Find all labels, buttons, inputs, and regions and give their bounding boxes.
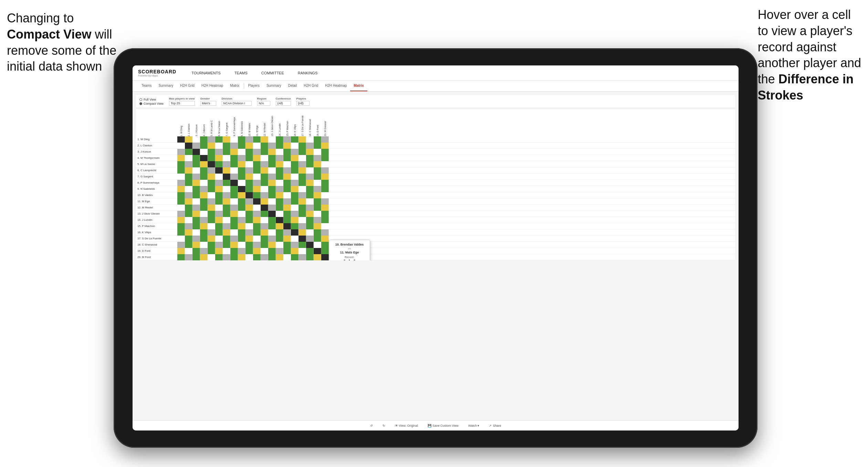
matrix-cell[interactable]: [192, 211, 200, 217]
matrix-cell[interactable]: [223, 186, 230, 192]
matrix-cell[interactable]: [215, 186, 223, 192]
tab-h2h-grid1[interactable]: H2H Grid: [177, 81, 198, 91]
matrix-cell[interactable]: [208, 180, 215, 186]
matrix-cell[interactable]: [238, 223, 245, 229]
matrix-cell[interactable]: [314, 236, 321, 242]
matrix-cell[interactable]: [238, 143, 245, 149]
matrix-cell[interactable]: [268, 167, 276, 174]
matrix-cell[interactable]: [238, 155, 245, 161]
matrix-cell[interactable]: [177, 155, 185, 161]
matrix-cell[interactable]: [185, 229, 192, 236]
matrix-cell[interactable]: [200, 167, 208, 174]
matrix-cell[interactable]: [185, 155, 192, 161]
matrix-cell[interactable]: [283, 205, 291, 211]
matrix-cell[interactable]: [192, 155, 200, 161]
matrix-cell[interactable]: [314, 217, 321, 223]
matrix-cell[interactable]: [314, 192, 321, 198]
matrix-cell[interactable]: [314, 143, 321, 149]
matrix-cell[interactable]: [245, 180, 253, 186]
matrix-cell[interactable]: [321, 192, 329, 198]
matrix-cell[interactable]: [276, 180, 283, 186]
matrix-cell[interactable]: [314, 167, 321, 174]
matrix-cell[interactable]: [299, 149, 306, 155]
matrix-cell[interactable]: [185, 161, 192, 167]
matrix-cell[interactable]: [177, 211, 185, 217]
matrix-cell[interactable]: [230, 217, 238, 223]
toolbar-redo[interactable]: ↻: [380, 423, 387, 428]
matrix-cell[interactable]: [230, 167, 238, 174]
matrix-cell[interactable]: [253, 174, 261, 180]
matrix-cell[interactable]: [208, 223, 215, 229]
matrix-cell[interactable]: [268, 242, 276, 248]
matrix-cell[interactable]: [200, 192, 208, 198]
matrix-cell[interactable]: [261, 254, 268, 260]
matrix-cell[interactable]: [299, 236, 306, 242]
matrix-cell[interactable]: [268, 248, 276, 254]
matrix-cell[interactable]: [215, 236, 223, 242]
matrix-cell[interactable]: [306, 180, 314, 186]
matrix-cell[interactable]: [268, 236, 276, 242]
matrix-cell[interactable]: [261, 143, 268, 149]
matrix-cell[interactable]: [238, 180, 245, 186]
matrix-cell[interactable]: [230, 192, 238, 198]
matrix-cell[interactable]: [314, 161, 321, 167]
matrix-cell[interactable]: [261, 248, 268, 254]
matrix-cell[interactable]: [291, 205, 299, 211]
matrix-cell[interactable]: [208, 161, 215, 167]
matrix-cell[interactable]: [230, 174, 238, 180]
matrix-cell[interactable]: [238, 229, 245, 236]
matrix-cell[interactable]: [283, 192, 291, 198]
matrix-cell[interactable]: [314, 229, 321, 236]
matrix-cell[interactable]: [200, 223, 208, 229]
tab-teams[interactable]: Teams: [138, 81, 155, 91]
matrix-cell[interactable]: [185, 205, 192, 211]
matrix-cell[interactable]: [291, 143, 299, 149]
matrix-cell[interactable]: [208, 254, 215, 260]
matrix-cell[interactable]: [321, 155, 329, 161]
matrix-cell[interactable]: [276, 174, 283, 180]
matrix-cell[interactable]: [306, 136, 314, 143]
matrix-cell[interactable]: [230, 136, 238, 143]
matrix-cell[interactable]: [261, 161, 268, 167]
matrix-cell[interactable]: [268, 180, 276, 186]
matrix-cell[interactable]: [261, 186, 268, 192]
matrix-cell[interactable]: [208, 155, 215, 161]
matrix-cell[interactable]: [268, 192, 276, 198]
matrix-cell[interactable]: [223, 198, 230, 205]
gender-select[interactable]: Men's: [200, 101, 216, 106]
matrix-cell[interactable]: [276, 211, 283, 217]
matrix-cell[interactable]: [245, 136, 253, 143]
matrix-cell[interactable]: [299, 143, 306, 149]
matrix-cell[interactable]: [245, 248, 253, 254]
matrix-cell[interactable]: [208, 198, 215, 205]
matrix-cell[interactable]: [253, 143, 261, 149]
matrix-cell[interactable]: [208, 229, 215, 236]
matrix-cell[interactable]: [192, 167, 200, 174]
matrix-cell[interactable]: [276, 223, 283, 229]
matrix-cell[interactable]: [276, 217, 283, 223]
matrix-cell[interactable]: [245, 211, 253, 217]
matrix-cell[interactable]: [215, 174, 223, 180]
matrix-cell[interactable]: [253, 192, 261, 198]
matrix-cell[interactable]: [314, 242, 321, 248]
matrix-cell[interactable]: [185, 136, 192, 143]
matrix-cell[interactable]: [291, 229, 299, 236]
matrix-cell[interactable]: [306, 217, 314, 223]
matrix-cell[interactable]: [230, 186, 238, 192]
matrix-cell[interactable]: [192, 192, 200, 198]
matrix-cell[interactable]: [306, 242, 314, 248]
matrix-cell[interactable]: [208, 174, 215, 180]
matrix-cell[interactable]: [291, 186, 299, 192]
matrix-cell[interactable]: [245, 229, 253, 236]
matrix-cell[interactable]: [230, 155, 238, 161]
matrix-cell[interactable]: [192, 205, 200, 211]
matrix-cell[interactable]: [321, 136, 329, 143]
matrix-cell[interactable]: [200, 242, 208, 248]
matrix-cell[interactable]: [238, 217, 245, 223]
nav-tournaments[interactable]: TOURNAMENTS: [189, 70, 223, 76]
matrix-cell[interactable]: [185, 223, 192, 229]
matrix-cell[interactable]: [314, 186, 321, 192]
matrix-cell[interactable]: [192, 186, 200, 192]
matrix-cell[interactable]: [223, 149, 230, 155]
matrix-cell[interactable]: [238, 248, 245, 254]
